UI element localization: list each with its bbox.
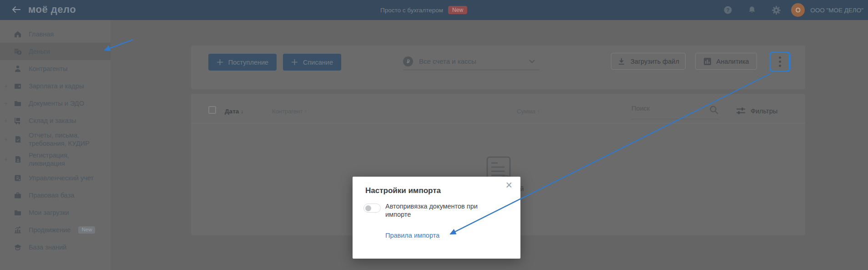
modal-title: Настройки импорта [365, 186, 441, 195]
column-header-contractor[interactable]: Контрагент ↑ [272, 108, 307, 115]
documents-icon [14, 99, 22, 107]
toolbar-card: Поступление Списание Все счета и кассы З… [191, 46, 805, 89]
promotion-icon [14, 226, 22, 234]
import-settings-modal: Настройки импорта × Автопривязка докумен… [353, 177, 520, 259]
sidebar-item-10[interactable]: Мои загрузки [0, 204, 111, 221]
search-input[interactable] [631, 105, 704, 112]
salary-icon [14, 82, 22, 90]
sidebar-item-label: Зарплата и кадры [29, 82, 84, 90]
toggle-knob [365, 205, 371, 211]
sidebar-item-9[interactable]: Правовая база [0, 187, 111, 204]
bar-chart-icon [703, 57, 712, 66]
upload-file-label: Загрузить файл [631, 58, 679, 65]
sidebar-item-label: Деньги [29, 47, 50, 56]
avatar[interactable]: O [791, 3, 805, 17]
money-icon [14, 47, 22, 56]
kebab-menu-icon [779, 56, 781, 67]
add-expense-button[interactable]: Списание [283, 54, 341, 71]
accounts-filter-select[interactable]: Все счета и кассы [403, 53, 540, 70]
sidebar-item-7[interactable]: +Регистрация, ликвидация [0, 149, 111, 169]
home-icon [14, 30, 22, 38]
new-badge: New [448, 6, 467, 14]
settings-gear-icon[interactable] [771, 5, 781, 15]
sidebar-item-label: Склад и заказы [29, 117, 76, 125]
sidebar-item-1[interactable]: Деньги [0, 43, 111, 60]
downloads-icon [14, 209, 22, 217]
download-icon [617, 57, 626, 66]
reports-icon [14, 135, 22, 143]
chevron-down-icon [529, 60, 535, 63]
sort-asc-icon: ↑ [304, 108, 307, 115]
accounts-filter-value: Все счета и кассы [419, 57, 523, 65]
sidebar-item-6[interactable]: +Отчеты, письма, требования, КУДИР [0, 129, 111, 149]
plus-icon [291, 59, 298, 66]
legal-icon [14, 191, 22, 199]
select-all-checkbox[interactable] [208, 106, 216, 114]
add-income-label: Поступление [228, 59, 268, 66]
filters-button[interactable]: Фильтры [736, 107, 777, 115]
search-icon[interactable] [709, 105, 719, 115]
expand-plus-icon[interactable]: + [4, 99, 8, 107]
management-icon [14, 174, 22, 182]
notifications-bell-icon[interactable] [747, 5, 757, 15]
sidebar-nav: ГлавнаяДеньгиКонтрагенты+Зарплата и кадр… [0, 20, 111, 270]
expand-plus-icon[interactable]: + [4, 117, 8, 125]
sidebar-item-label: Регистрация, ликвидация [29, 151, 100, 168]
expand-plus-icon[interactable]: + [4, 82, 8, 90]
sidebar-item-label: Отчеты, письма, требования, КУДИР [29, 131, 100, 148]
auto-link-toggle[interactable] [363, 204, 381, 213]
back-arrow-icon[interactable] [12, 5, 21, 15]
sidebar-item-label: Документы и ЭДО [29, 99, 84, 107]
top-header-bar: моё дело Просто с бухгалтером New ? O ОО… [0, 0, 868, 20]
registration-icon [14, 155, 22, 163]
plus-icon [217, 59, 223, 66]
sidebar-item-label: Контрагенты [29, 65, 67, 73]
sidebar-item-0[interactable]: Главная [0, 25, 111, 43]
sidebar-item-5[interactable]: +Склад и заказы [0, 112, 111, 129]
close-icon[interactable]: × [505, 179, 512, 191]
table-header-divider [191, 123, 805, 123]
filters-label: Фильтры [751, 107, 777, 115]
svg-text:?: ? [727, 7, 730, 13]
sidebar-item-label: Мои загрузки [29, 209, 69, 217]
analytics-button[interactable]: Аналитика [695, 53, 757, 70]
more-options-button[interactable] [769, 51, 790, 72]
upload-file-button[interactable]: Загрузить файл [611, 53, 686, 70]
sidebar-item-12[interactable]: База знаний [0, 239, 111, 256]
column-header-date[interactable]: Дата ↓ [225, 108, 243, 115]
sidebar-item-11[interactable]: ПродвижениеNew [0, 221, 111, 239]
sort-desc-icon: ↓ [241, 108, 243, 115]
app-window: моё дело Просто с бухгалтером New ? O ОО… [0, 0, 868, 270]
sidebar-item-label: Главная [29, 30, 54, 38]
header-tagline: Просто с бухгалтером [380, 7, 443, 14]
analytics-label: Аналитика [717, 58, 749, 65]
expand-plus-icon[interactable]: + [4, 135, 8, 143]
sidebar-item-label: База знаний [29, 243, 66, 251]
auto-link-toggle-label: Автопривязка документов при импорте [385, 203, 491, 219]
app-logo[interactable]: моё дело [28, 4, 76, 15]
warehouse-icon [14, 117, 22, 125]
sort-asc-icon: ↑ [537, 108, 540, 115]
column-header-sum[interactable]: Сумма ↑ [517, 108, 540, 115]
filter-sliders-icon [736, 107, 746, 115]
add-expense-label: Списание [303, 59, 333, 66]
sidebar-item-label: Продвижение [29, 226, 71, 234]
header-actions: ? O ООО "МОЕ ДЕЛО" [709, 0, 863, 20]
sidebar-item-4[interactable]: +Документы и ЭДО [0, 95, 111, 112]
empty-state-text-fragment: й [520, 185, 524, 193]
import-rules-link[interactable]: Правила импорта [385, 232, 439, 239]
sidebar-item-label: Управленческий учет [29, 174, 94, 182]
knowledge-icon [14, 243, 22, 251]
sidebar-item-8[interactable]: Управленческий учет [0, 169, 111, 187]
sidebar-item-2[interactable]: Контрагенты [0, 60, 111, 77]
search-field [631, 103, 719, 119]
account-name[interactable]: ООО "МОЕ ДЕЛО" [810, 7, 863, 14]
add-income-button[interactable]: Поступление [208, 54, 277, 71]
sidebar-item-3[interactable]: +Зарплата и кадры [0, 77, 111, 95]
sidebar-item-label: Правовая база [29, 191, 74, 199]
header-tagline-group: Просто с бухгалтером New [380, 0, 467, 20]
help-icon[interactable]: ? [723, 5, 733, 15]
expand-plus-icon[interactable]: + [4, 155, 8, 163]
contractors-icon [14, 65, 22, 73]
new-badge: New [78, 226, 95, 234]
